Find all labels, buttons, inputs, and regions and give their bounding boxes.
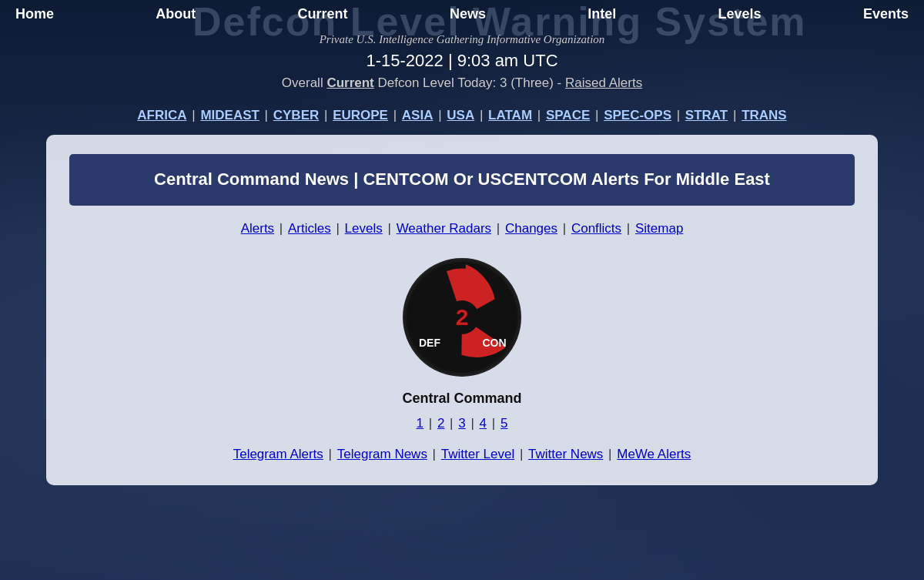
top-navigation: Defcon Level Warning System Home About C… [0, 0, 924, 27]
footer-twitter-news[interactable]: Twitter News [528, 447, 603, 461]
page-4[interactable]: 4 [480, 416, 487, 431]
card-nav-changes[interactable]: Changes [505, 221, 557, 236]
site-datetime: 1-15-2022 | 9:03 am UTC [0, 51, 924, 71]
cat-specops[interactable]: SPEC-OPS [604, 108, 671, 122]
card-nav-articles[interactable]: Articles [288, 221, 331, 236]
main-content-card: Central Command News | CENTCOM Or USCENT… [46, 135, 878, 485]
nav-news[interactable]: News [450, 6, 486, 22]
status-current: Current [326, 75, 373, 90]
svg-text:CON: CON [482, 337, 506, 349]
card-nav-alerts[interactable]: Alerts [241, 221, 274, 236]
svg-text:DEF: DEF [419, 337, 440, 349]
page-5[interactable]: 5 [500, 416, 507, 431]
card-nav-levels[interactable]: Levels [345, 221, 383, 236]
svg-text:2: 2 [456, 304, 469, 330]
nav-events[interactable]: Events [863, 6, 909, 22]
nav-intel[interactable]: Intel [588, 6, 616, 22]
cat-africa[interactable]: AFRICA [137, 108, 186, 122]
cat-strat[interactable]: STRAT [685, 108, 728, 122]
card-nav-conflicts[interactable]: Conflicts [571, 221, 621, 236]
nav-home[interactable]: Home [15, 6, 54, 22]
raised-alerts-link[interactable]: Raised Alerts [565, 75, 642, 90]
cat-mideast[interactable]: MIDEAST [200, 108, 259, 122]
footer-links: Telegram Alerts | Telegram News | Twitte… [69, 447, 855, 470]
nav-current[interactable]: Current [298, 6, 348, 22]
site-tagline: Private U.S. Intelligence Gathering Info… [0, 33, 924, 46]
cat-space[interactable]: SPACE [546, 108, 590, 122]
header-section: Private U.S. Intelligence Gathering Info… [0, 27, 924, 100]
status-suffix: Defcon Level Today: 3 (Three) - [374, 75, 565, 90]
defcon-status: Overall Current Defcon Level Today: 3 (T… [0, 75, 924, 91]
defcon-badge-svg: 2 DEF CON [400, 256, 524, 379]
cat-latam[interactable]: LATAM [488, 108, 532, 122]
location-label: Central Command [69, 391, 855, 407]
footer-twitter-level[interactable]: Twitter Level [441, 447, 514, 461]
cat-usa[interactable]: USA [447, 108, 474, 122]
page-1[interactable]: 1 [417, 416, 424, 431]
status-prefix: Overall [282, 75, 327, 90]
card-nav-weather[interactable]: Weather Radars [397, 221, 491, 236]
card-title-banner: Central Command News | CENTCOM Or USCENT… [69, 154, 855, 206]
category-navigation: AFRICA | MIDEAST | CYBER | EUROPE | ASIA… [0, 100, 924, 135]
defcon-badge-container: 2 DEF CON [69, 256, 855, 379]
card-nav-sitemap[interactable]: Sitemap [635, 221, 683, 236]
footer-mewe-alerts[interactable]: MeWe Alerts [617, 447, 691, 461]
card-navigation: Alerts | Articles | Levels | Weather Rad… [69, 221, 855, 236]
cat-cyber[interactable]: CYBER [273, 108, 320, 122]
cat-asia[interactable]: ASIA [402, 108, 434, 122]
nav-links-container: Home About Current News Intel Levels Eve… [0, 3, 924, 25]
nav-about[interactable]: About [156, 6, 196, 22]
pagination: 1 | 2 | 3 | 4 | 5 [69, 416, 855, 431]
page-3[interactable]: 3 [458, 416, 465, 431]
page-2[interactable]: 2 [437, 416, 444, 431]
cat-trans[interactable]: TRANS [742, 108, 787, 122]
cat-europe[interactable]: EUROPE [333, 108, 388, 122]
footer-telegram-news[interactable]: Telegram News [337, 447, 427, 461]
footer-telegram-alerts[interactable]: Telegram Alerts [233, 447, 323, 461]
nav-levels[interactable]: Levels [718, 6, 762, 22]
